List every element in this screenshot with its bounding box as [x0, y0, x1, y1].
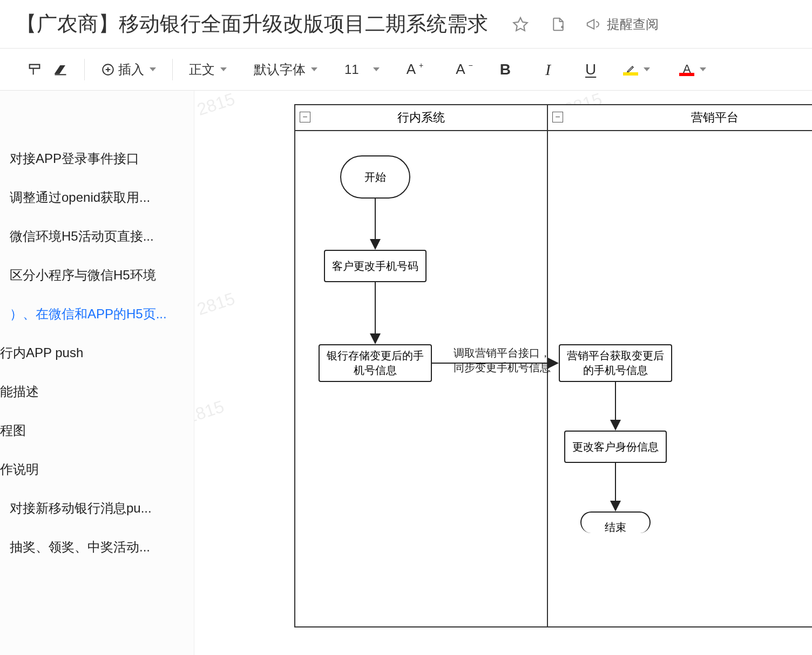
- remind-button[interactable]: 提醒查阅: [585, 16, 659, 33]
- flow-step4: 更改客户身份信息: [564, 431, 667, 463]
- outline-item[interactable]: 能描述: [0, 372, 194, 411]
- outline-item[interactable]: 对接APP登录事件接口: [0, 139, 194, 178]
- document-title: 【广农商】移动银行全面升级改版项目二期系统需求: [16, 10, 488, 38]
- toolbar-separator: [84, 59, 85, 80]
- watermark: 尚攀(Chris) 2815: [194, 287, 238, 350]
- outline-item[interactable]: 区分小程序与微信H5环境: [0, 256, 194, 295]
- start-label: 开始: [364, 170, 386, 185]
- flow-step2: 银行存储变更后的手机号信息: [319, 344, 432, 382]
- chevron-down-icon: [700, 67, 706, 71]
- flow-step1: 客户更改手机号码: [324, 250, 427, 282]
- decrease-font-button[interactable]: A−: [456, 59, 473, 80]
- new-doc-icon[interactable]: [547, 13, 569, 35]
- step4-label: 更改客户身份信息: [572, 440, 659, 454]
- outline-panel: 对接APP登录事件接口调整通过openid获取用...微信环境H5活动页直接..…: [0, 91, 194, 655]
- size-label: 11: [344, 62, 359, 77]
- outline-item[interactable]: 作说明: [0, 450, 194, 489]
- outline-item[interactable]: 抽奖、领奖、中奖活动...: [0, 528, 194, 567]
- font-color-button[interactable]: A: [679, 59, 706, 80]
- highlight-color-button[interactable]: [623, 59, 650, 80]
- flow-step3: 营销平台获取变更后的手机号信息: [559, 344, 672, 382]
- font-size-select[interactable]: 11: [344, 59, 380, 80]
- watermark: 尚攀(Chris) 2815: [194, 91, 238, 150]
- megaphone-icon: [585, 16, 601, 32]
- font-family-select[interactable]: 默认字体: [254, 59, 317, 80]
- step3-label: 营销平台获取变更后的手机号信息: [564, 349, 667, 378]
- flow-start: 开始: [340, 155, 410, 199]
- outline-item[interactable]: 调整通过openid获取用...: [0, 178, 194, 217]
- lane-a-title: 行内系统: [397, 110, 445, 126]
- star-icon[interactable]: [510, 13, 531, 35]
- chevron-down-icon: [311, 67, 317, 71]
- toolbar-separator: [172, 59, 173, 80]
- italic-button[interactable]: I: [545, 59, 551, 80]
- step1-label: 客户更改手机号码: [332, 259, 418, 274]
- flow-edge-label: 调取营销平台接口，同步变更手机号信息: [451, 346, 553, 375]
- font-label: 默认字体: [254, 61, 306, 78]
- increase-font-button[interactable]: A+: [407, 59, 424, 80]
- bold-button[interactable]: B: [500, 59, 511, 80]
- outline-item[interactable]: 微信环境H5活动页直接...: [0, 217, 194, 256]
- document-header: 【广农商】移动银行全面升级改版项目二期系统需求 提醒查阅: [0, 0, 812, 49]
- outline-item[interactable]: 程图: [0, 411, 194, 450]
- watermark: 尚攀(Chris) 2815: [194, 395, 227, 458]
- underline-button[interactable]: U: [585, 59, 596, 80]
- chevron-down-icon: [150, 67, 156, 71]
- svg-marker-0: [513, 17, 527, 30]
- clear-format-button[interactable]: [53, 59, 68, 80]
- document-canvas[interactable]: 尚攀(Chris) 2815 尚攀(Chris) 2815 尚攀(Chris) …: [194, 91, 812, 655]
- outline-item[interactable]: 对接新移动银行消息pu...: [0, 489, 194, 528]
- end-label: 结束: [605, 520, 626, 534]
- insert-label: 插入: [118, 61, 144, 78]
- collapse-icon[interactable]: −: [300, 112, 310, 122]
- paragraph-style-select[interactable]: 正文: [189, 59, 227, 80]
- swimlane-header-a: − 行内系统: [295, 105, 547, 131]
- chevron-down-icon: [220, 67, 227, 71]
- lane-b-title: 营销平台: [691, 110, 739, 126]
- format-painter-button[interactable]: [27, 59, 42, 80]
- flow-end: 结束: [580, 511, 651, 533]
- outline-item[interactable]: 行内APP push: [0, 333, 194, 372]
- step2-label: 银行存储变更后的手机号信息: [324, 349, 427, 378]
- collapse-icon[interactable]: −: [552, 112, 563, 122]
- formatting-toolbar: 插入 正文 默认字体 11 A+ A− B I U: [0, 49, 812, 91]
- chevron-down-icon: [644, 67, 650, 71]
- document-body: 对接APP登录事件接口调整通过openid获取用...微信环境H5活动页直接..…: [0, 91, 812, 655]
- insert-button[interactable]: 插入: [101, 59, 156, 80]
- style-label: 正文: [189, 61, 215, 78]
- header-actions: 提醒查阅: [510, 13, 659, 35]
- outline-item[interactable]: ）、在微信和APP的H5页...: [0, 295, 194, 333]
- swimlane-header-b: − 营销平台: [548, 105, 812, 131]
- flowchart: − 行内系统 − 营销平台 开始 客户更改手机号码 银行存储变更后的手机号信息 …: [294, 104, 812, 644]
- remind-label: 提醒查阅: [607, 16, 659, 33]
- chevron-down-icon: [373, 67, 380, 71]
